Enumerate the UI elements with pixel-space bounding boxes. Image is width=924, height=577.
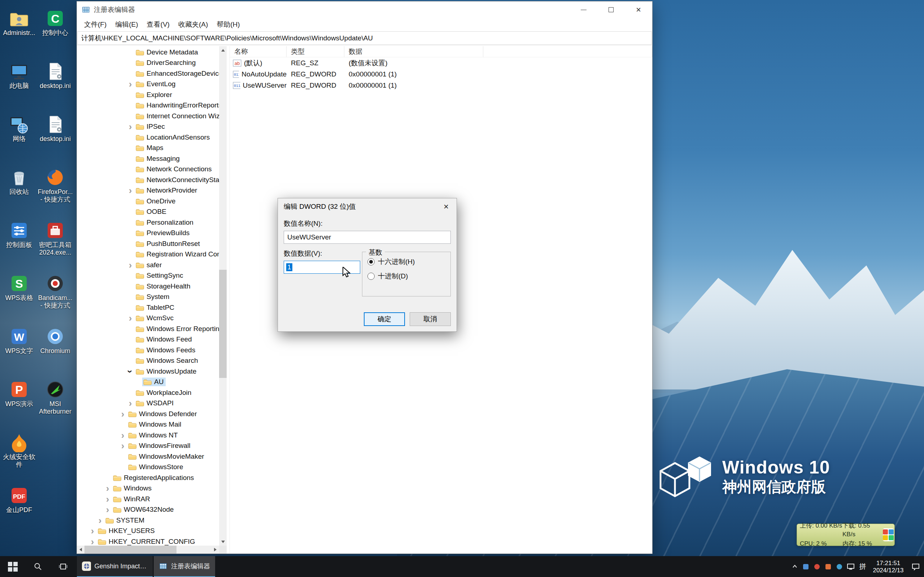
tray-app-blue[interactable] (800, 556, 811, 577)
registry-value-row-noautoupdate[interactable]: 011NoAutoUpdateREG_DWORD0x00000001 (1) (230, 69, 652, 80)
radio-unselected-icon[interactable] (367, 272, 375, 280)
desktop-icon-administr[interactable]: Administr... (0, 9, 38, 37)
tree-item-oobe[interactable]: OOBE (77, 206, 219, 218)
expand-icon[interactable]: › (118, 410, 127, 418)
scroll-up-arrow[interactable] (219, 46, 227, 54)
tree-item-onedrive[interactable]: OneDrive (77, 196, 219, 206)
tree-item-tabletpc[interactable]: TabletPC (77, 302, 219, 313)
notification-center-button[interactable] (908, 556, 924, 577)
expand-icon[interactable]: › (118, 442, 127, 450)
minimize-button[interactable] (570, 2, 597, 18)
menu-item[interactable]: 查看(V) (142, 20, 174, 29)
collapse-icon[interactable]: › (126, 367, 135, 376)
desktop-icon-firefoxpor[interactable]: FirefoxPor... - 快捷方式 (36, 168, 74, 203)
tree-item-wsdapi[interactable]: ›WSDAPI (77, 398, 219, 409)
column-header-data[interactable]: 数据 (344, 46, 483, 57)
desktop-icon-item[interactable]: 此电脑 (0, 62, 38, 90)
tree-item-windows-nt[interactable]: ›Windows NT (77, 430, 219, 441)
desktop-icon-item[interactable]: C控制中心 (36, 9, 74, 37)
tree-item-windowsupdate[interactable]: ›WindowsUpdate (77, 366, 219, 377)
tray-app-teal[interactable] (834, 556, 845, 577)
expand-icon[interactable]: › (103, 484, 112, 493)
regedit-titlebar[interactable]: 注册表编辑器 × (77, 2, 652, 18)
tree-item-windows-feed[interactable]: Windows Feed (77, 334, 219, 345)
scroll-left-arrow[interactable] (77, 546, 84, 554)
desktop-icon-item[interactable]: 网络 (0, 115, 38, 143)
desktop-icon-item[interactable]: 控制面板 (0, 221, 38, 249)
desktop-icon-item[interactable]: 火绒安全软件 (0, 433, 38, 469)
pane-splitter[interactable] (227, 46, 230, 554)
menu-item[interactable]: 编辑(E) (111, 20, 142, 29)
tree-item-windows-error-reporting[interactable]: Windows Error Reporting (77, 324, 219, 334)
horizontal-scroll-thumb[interactable] (84, 546, 176, 554)
taskbar-app-genshin-impact-g[interactable]: Genshin Impact g... (77, 556, 153, 577)
ok-button[interactable]: 确定 (364, 312, 405, 326)
task-view-button[interactable] (50, 556, 76, 577)
dialog-titlebar[interactable]: 编辑 DWORD (32 位)值 × (278, 198, 457, 214)
tree-item-hkey-users[interactable]: ›HKEY_USERS (77, 526, 219, 537)
desktop-icon-wps[interactable]: WWPS文字 (0, 327, 38, 355)
expand-icon[interactable]: › (126, 186, 135, 195)
dialog-close-icon[interactable]: × (436, 198, 457, 214)
tree-item-enhancedstoragedevices[interactable]: EnhancedStorageDevices (77, 68, 219, 79)
desktop-icon-desktop-ini[interactable]: desktop.ini (36, 62, 74, 90)
tree-item-internet-connection-wizard[interactable]: Internet Connection Wizard (77, 111, 219, 121)
expand-icon[interactable]: › (126, 314, 135, 322)
expand-icon[interactable]: › (103, 495, 112, 503)
tree-item-windowsstore[interactable]: WindowsStore (77, 462, 219, 473)
menu-item[interactable]: 收藏夹(A) (174, 20, 212, 29)
expand-icon[interactable]: › (88, 527, 97, 535)
tree-item-maps[interactable]: Maps (77, 143, 219, 154)
tree-item-workplacejoin[interactable]: WorkplaceJoin (77, 387, 219, 398)
tree-item-personalization[interactable]: Personalization (77, 217, 219, 228)
tray-app-red[interactable] (811, 556, 822, 577)
maximize-button[interactable] (597, 2, 625, 18)
tree-item-networkconnectivitystatusindicator[interactable]: NetworkConnectivityStatusIndicator (77, 174, 219, 185)
tree-item-windows-defender[interactable]: ›Windows Defender (77, 409, 219, 419)
tree-item-pushbuttonreset[interactable]: PushButtonReset (77, 239, 219, 249)
desktop-icon-chromium[interactable]: Chromium (36, 327, 74, 355)
network-icon[interactable] (845, 556, 856, 577)
tree-item-storagehealth[interactable]: StorageHealth (77, 281, 219, 292)
tree-item-windows-mail[interactable]: Windows Mail (77, 419, 219, 430)
expand-icon[interactable]: › (118, 431, 127, 440)
tree-item-locationandsensors[interactable]: LocationAndSensors (77, 132, 219, 143)
tree-item-windowsfirewall[interactable]: ›WindowsFirewall (77, 441, 219, 451)
expand-icon[interactable]: › (126, 399, 135, 408)
registry-value-row-usewuserver[interactable]: 011UseWUServerREG_DWORD0x00000001 (1) (230, 80, 652, 91)
tree-vertical-scrollbar[interactable] (219, 46, 227, 546)
radio-decimal[interactable]: 十进制(D) (367, 272, 446, 281)
radio-selected-icon[interactable] (367, 258, 375, 266)
tree-item-au[interactable]: AU (77, 377, 219, 388)
tree-item-previewbuilds[interactable]: PreviewBuilds (77, 228, 219, 239)
tree-item-winrar[interactable]: ›WinRAR (77, 494, 219, 504)
menu-item[interactable]: 帮助(H) (212, 20, 244, 29)
tree-item-system[interactable]: ›SYSTEM (77, 515, 219, 526)
desktop-icon-2024-exe[interactable]: 密吧工具箱 2024.exe... (36, 221, 74, 256)
scroll-down-arrow[interactable] (219, 538, 227, 546)
expand-icon[interactable]: › (126, 122, 135, 131)
hidden-icons-chevron[interactable] (789, 556, 800, 577)
tree-item-messaging[interactable]: Messaging (77, 153, 219, 164)
column-header-name[interactable]: 名称 (230, 46, 287, 57)
tree-item-hkey-current-config[interactable]: ›HKEY_CURRENT_CONFIG (77, 536, 219, 546)
column-header-type[interactable]: 类型 (287, 46, 344, 57)
menu-item[interactable]: 文件(F) (80, 20, 111, 29)
value-name-input[interactable] (284, 231, 451, 244)
ime-indicator[interactable]: 拼 (856, 562, 869, 571)
tree-item-wcmsvc[interactable]: ›WcmSvc (77, 313, 219, 324)
tree-item-network-connections[interactable]: Network Connections (77, 164, 219, 175)
registry-value-row-item[interactable]: ab(默认)REG_SZ(数值未设置) (230, 57, 652, 69)
vertical-scroll-thumb[interactable] (219, 270, 227, 378)
tree-item-wow6432node[interactable]: ›WOW6432Node (77, 504, 219, 515)
close-button[interactable]: × (625, 2, 652, 18)
taskbar-clock[interactable]: 17:21:51 2024/12/13 (869, 559, 908, 574)
cancel-button[interactable]: 取消 (410, 312, 451, 326)
scroll-right-arrow[interactable] (212, 546, 219, 554)
desktop-icon-bandicam[interactable]: Bandicam... - 快捷方式 (36, 274, 74, 309)
tree-item-registeredapplications[interactable]: RegisteredApplications (77, 472, 219, 483)
taskbar-app-item[interactable]: 注册表编辑器 (154, 556, 215, 577)
tree-item-windows-search[interactable]: Windows Search (77, 356, 219, 366)
tree-item-windows[interactable]: ›Windows (77, 483, 219, 494)
expand-icon[interactable]: › (103, 505, 112, 514)
